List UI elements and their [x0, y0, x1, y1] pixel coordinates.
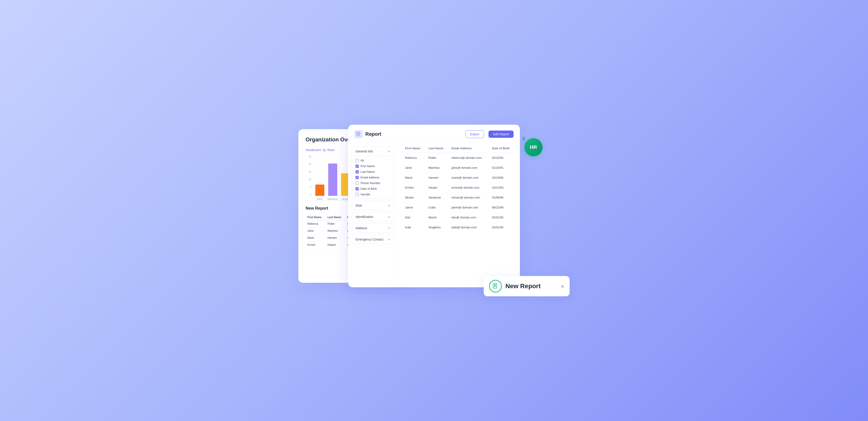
chart-y-labels: 0 5 10 15 20 25	[306, 155, 311, 196]
hr-avatar-badge: HR	[524, 138, 542, 156]
col-lastname: Last Name	[426, 143, 449, 153]
filter-option[interactable]: Last Name	[355, 170, 390, 173]
y-label: 5	[306, 186, 311, 188]
filter-section-header[interactable]: Emergency Contact∨	[352, 235, 394, 244]
table-row: Miriam Sandoval miriam@ domain.com 01/06…	[402, 193, 515, 203]
cell-lastname: Potter	[326, 221, 345, 227]
filter-checkbox[interactable]	[355, 170, 359, 173]
filter-section[interactable]: Role∨	[352, 201, 394, 210]
filter-checkbox[interactable]	[355, 176, 359, 179]
cell-email: janis@ domain.com	[449, 163, 489, 173]
new-report-widget[interactable]: New Report ∧	[484, 276, 569, 296]
filter-section[interactable]: Emergency Contact∨	[352, 235, 394, 244]
cell-firstname: Marie	[306, 234, 326, 241]
filter-option-label: Gender	[361, 193, 370, 196]
filter-option-label: Last Name	[361, 170, 375, 173]
table-row: Ernest Harper ernest@ domain.com 10/12/8…	[402, 183, 515, 193]
report-data-table: First Name Last Name Email Address Date …	[402, 143, 515, 232]
filter-section-header[interactable]: Identification∨	[352, 212, 394, 221]
cell-lastname: Cobb	[426, 203, 449, 213]
cell-firstname: Kate	[402, 223, 426, 232]
widget-icon	[489, 280, 502, 292]
x-label: Marketing	[328, 198, 338, 200]
add-report-button[interactable]: Add Report	[489, 131, 514, 138]
table-row: Janis Martinez janis@ domain.com 01/15/9…	[402, 163, 515, 173]
table-row: Rebecca Potter rebecca@ domain.com 02/12…	[402, 153, 515, 163]
bar-group	[315, 155, 325, 196]
cell-email: miriam@ domain.com	[449, 193, 489, 203]
chevron-icon: ∧	[388, 150, 390, 153]
cell-lastname: Singleton	[426, 223, 449, 232]
col-firstname: First Name	[402, 143, 426, 153]
filter-option-label: First Name	[361, 164, 375, 168]
export-button[interactable]: Export	[465, 130, 484, 138]
filter-options: AllFirst NameLast NameEmail AddressPhone…	[352, 156, 394, 199]
cell-lastname: Marsh	[426, 213, 449, 223]
widget-chevron-icon: ∧	[561, 284, 564, 289]
filter-option[interactable]: Date of Birth	[355, 187, 390, 190]
data-panel: First Name Last Name Email Address Date …	[398, 143, 520, 287]
svg-rect-4	[493, 284, 497, 288]
cell-lastname: Martinez	[426, 163, 449, 173]
chevron-icon: ∨	[388, 238, 390, 241]
filter-section-header[interactable]: Address∨	[352, 224, 394, 233]
filter-checkbox[interactable]	[355, 165, 359, 168]
filter-option[interactable]: First Name	[355, 164, 390, 168]
cell-dob: 02/01/93	[489, 213, 515, 223]
filter-section[interactable]: General Info∧AllFirst NameLast NameEmail…	[352, 147, 394, 199]
hr-badge-text: HR	[530, 144, 537, 150]
table-row: Jaime Cobb jaime@ domain.com 08/22/89	[402, 203, 515, 213]
cell-lastname: Sandoval	[426, 193, 449, 203]
cell-firstname: Miriam	[402, 193, 426, 203]
filter-option-label: Date of Birth	[361, 187, 377, 190]
filter-option[interactable]: Gender	[355, 193, 390, 196]
report-body: General Info∧AllFirst NameLast NameEmail…	[348, 143, 520, 287]
cell-email: kate@ domain.com	[449, 223, 489, 232]
filter-checkbox[interactable]	[355, 182, 359, 185]
filter-option-label: All	[361, 159, 364, 162]
cell-lastname: Hansen	[426, 173, 449, 183]
filter-section[interactable]: Address∨	[352, 223, 394, 233]
filter-checkbox[interactable]	[355, 187, 359, 190]
cell-dob: 08/22/89	[489, 203, 515, 213]
col-firstname: First Name	[306, 214, 326, 221]
cell-dob: 01/15/91	[489, 163, 515, 173]
cell-email: jaime@ domain.com	[449, 203, 489, 213]
y-label: 0	[306, 193, 311, 196]
filter-section-header[interactable]: General Info∧	[352, 147, 394, 156]
table-row: Kate Singleton kate@ domain.com 02/01/93	[402, 223, 515, 232]
svg-rect-0	[357, 132, 360, 136]
filter-option[interactable]: Email Address	[355, 176, 390, 179]
bar	[328, 164, 337, 196]
cell-firstname: Dan	[402, 213, 426, 223]
bar-group	[328, 155, 338, 196]
cell-email: marie@ domain.com	[449, 173, 489, 183]
cell-dob: 10/19/86	[489, 173, 515, 183]
filter-checkbox[interactable]	[355, 193, 359, 196]
col-email: Email Address	[449, 143, 489, 153]
cell-firstname: Janis	[306, 227, 326, 234]
filter-option-label: Phone Number	[361, 181, 380, 185]
filter-option-label: Email Address	[361, 176, 379, 179]
cell-email: dan@ domain.com	[449, 213, 489, 223]
filter-section-label: Role	[355, 204, 362, 207]
chevron-icon: ∨	[388, 215, 390, 218]
filter-option[interactable]: Phone Number	[355, 181, 390, 185]
filter-checkbox[interactable]	[355, 159, 359, 162]
filter-section-label: Address	[355, 226, 367, 230]
cell-dob: 01/06/96	[489, 193, 515, 203]
headcount-text: Headcount	[306, 148, 321, 152]
col-dob: Date of Birth	[489, 143, 515, 153]
cell-lastname: Harper	[426, 183, 449, 193]
chevron-icon: ∨	[388, 227, 390, 230]
col-lastname: Last Name	[326, 214, 345, 221]
report-icon	[354, 130, 363, 138]
scene: Organization Overview Headcount by Team …	[298, 125, 569, 296]
cell-firstname: Ernest	[402, 183, 426, 193]
chevron-icon: ∨	[388, 204, 390, 207]
filter-section[interactable]: Identification∨	[352, 212, 394, 222]
filter-option[interactable]: All	[355, 159, 390, 162]
cell-firstname: Marie	[402, 173, 426, 183]
y-label: 25	[306, 155, 311, 158]
filter-section-header[interactable]: Role∨	[352, 201, 394, 210]
